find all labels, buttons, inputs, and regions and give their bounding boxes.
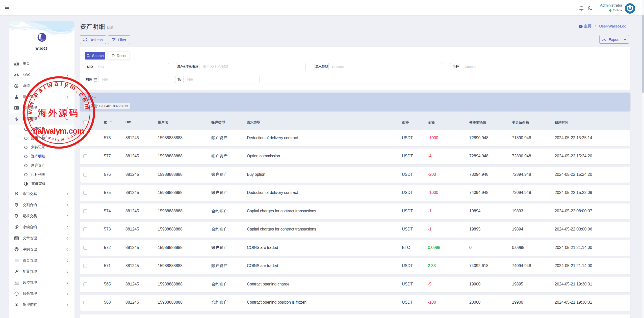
svg-text:海外源码: 海外源码 [38,108,79,118]
